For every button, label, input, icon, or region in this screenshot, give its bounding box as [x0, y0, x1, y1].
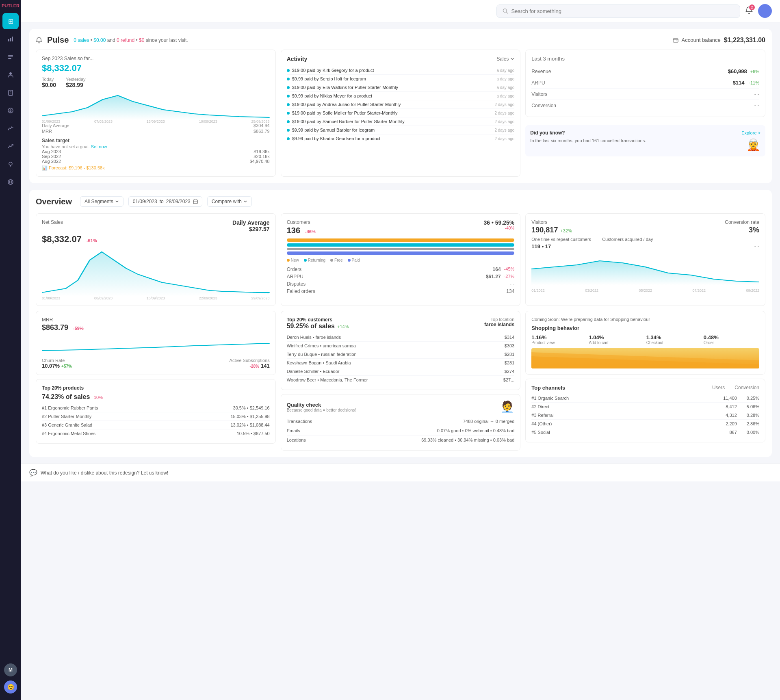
funnel-stats: 1.16% Product view 1.04% Add to cart 1.3…	[531, 334, 759, 345]
net-sales-card: Net Sales Daily Average $297.57 $8,332.0…	[36, 213, 276, 306]
sidebar-item-analytics[interactable]	[2, 120, 19, 137]
svg-rect-4	[8, 56, 13, 57]
overview-bottom: MRR $863.79 -59% Churn Rate	[36, 311, 765, 451]
sales-amount: $8,332.07	[42, 63, 270, 74]
account-balance-value: $1,223,331.00	[724, 37, 765, 44]
explore-link[interactable]: Explore >	[741, 130, 760, 135]
customer-legend: New Returning Free Paid	[287, 258, 515, 262]
quality-row: Locations69.03% cleaned • 30.94% missing…	[287, 436, 515, 444]
visitors-chart	[531, 253, 759, 285]
calendar-icon	[193, 199, 198, 204]
channels-col-headers: Users Conversion	[712, 385, 759, 391]
activity-text: $9.99 paid by Niklas Meyer for a product	[292, 93, 494, 98]
set-now-link[interactable]: Set now	[91, 144, 107, 149]
bar-new	[287, 238, 515, 242]
stats-card: Last 3 months Revenue $60,998 +6% ARPU $	[525, 50, 765, 117]
sales-card: Sep 2023 Sales so far... $8,332.07 Today…	[36, 50, 276, 177]
today-value: $0.00	[42, 82, 56, 88]
daily-avg: Daily Average $297.57	[232, 219, 270, 232]
user-avatar[interactable]	[758, 4, 772, 18]
active-subs-value: 141	[261, 363, 270, 369]
pulse-suffix: since your last visit.	[146, 37, 188, 43]
svg-point-11	[9, 162, 12, 165]
segment-select[interactable]: All Segments	[80, 196, 124, 207]
churn-change: +57%	[61, 364, 72, 368]
daily-avg-label: Daily Average	[42, 123, 69, 128]
active-subs-col: Active Subscriptions -28% 141	[230, 358, 270, 369]
sidebar-item-payouts[interactable]	[2, 102, 19, 119]
activity-list: $19.00 paid by Kirk Gregory for a produc…	[287, 66, 515, 143]
legend-new-dot	[287, 259, 290, 262]
tc-row: Deron Huels • faroe islands$314	[287, 333, 515, 342]
wallet-icon	[673, 37, 678, 43]
pulse-section: Pulse 0 sales • $0.00 and 0 refund • $0 …	[29, 29, 772, 183]
stats-card-title: Last 3 months	[531, 56, 759, 62]
main-content: 2 Pulse 0 sales • $0.00 and 0 refund • $…	[21, 0, 780, 700]
customer-bars	[287, 238, 515, 255]
activity-item: $19.00 paid by Samuel Barbier for Putler…	[287, 117, 515, 126]
sidebar-item-reports[interactable]	[2, 85, 19, 101]
stat-visitors: Visitors - -	[531, 89, 759, 100]
sidebar-item-revenue[interactable]	[2, 31, 19, 47]
search-bar[interactable]	[496, 4, 740, 18]
visitors-date-labels: 01/2022 03/2022 05/2022 07/2022 09/2022	[531, 288, 759, 293]
sidebar-item-insights[interactable]	[2, 156, 19, 172]
activity-time: 2 days ago	[494, 119, 514, 124]
dyk-title: Did you know?	[530, 130, 565, 136]
top-products-card: Top 20% products 74.23% of sales -10% #1…	[36, 379, 276, 444]
activity-dot	[287, 120, 290, 123]
tc-header: Top 20% customers 59.25% of sales +14% T…	[287, 317, 515, 330]
sidebar-item-orders[interactable]	[2, 49, 19, 65]
sales-stats: Daily Average$304.94 MRR$863.79	[42, 123, 270, 134]
channel-row: #4 (Other)2,2092.86%	[531, 420, 759, 428]
pulse-bell-icon	[36, 37, 42, 43]
tc-row: Winifred Grimes • american samoa$303	[287, 342, 515, 350]
account-balance: Account balance $1,223,331.00	[673, 37, 765, 44]
activity-card: Activity Sales $19.00 paid by Kirk Grego…	[281, 50, 521, 177]
stat-arpu: ARPU $114 +11%	[531, 77, 759, 89]
mrr-value: $863.79	[42, 323, 68, 332]
target-row-0: Aug 2023$19.36k	[42, 149, 270, 154]
activity-time: 2 days ago	[494, 111, 514, 115]
search-input[interactable]	[511, 8, 734, 14]
avatar-m[interactable]: M	[4, 663, 17, 676]
quality-illustration: 🧑‍💼	[500, 400, 514, 414]
mrr-card: MRR $863.79 -59% Churn Rate	[36, 311, 276, 375]
svg-rect-1	[10, 38, 11, 41]
sidebar-item-global[interactable]	[2, 174, 19, 190]
activity-time: a day ago	[496, 85, 514, 90]
sales-period: Sep 2023 Sales so far...	[42, 56, 270, 61]
overview-header: Overview All Segments 01/09/2023 to 28/0…	[36, 196, 765, 207]
arppu-row: ARPPU $61.27 -27%	[287, 274, 515, 280]
customers-right: 36 • 59.25% -40%	[484, 219, 515, 230]
orders-row: Orders 164 -45%	[287, 267, 515, 272]
avatar-user[interactable]: 😊	[4, 680, 17, 693]
sidebar-item-customers[interactable]	[2, 67, 19, 83]
legend-free-dot	[330, 259, 333, 262]
activity-item: $19.00 paid by Kirk Gregory for a produc…	[287, 66, 515, 75]
visitors-value: 190,817	[531, 226, 558, 234]
activity-text: $19.00 paid by Sofie Møller for Putler S…	[292, 111, 492, 115]
mrr-col: MRR $863.79 -59% Churn Rate	[36, 311, 276, 451]
active-subs-change: -28%	[250, 364, 259, 368]
dyk-text: In the last six months, you had 161 canc…	[530, 138, 743, 143]
dyk-header: Did you know? Explore >	[530, 130, 760, 136]
activity-time: 2 days ago	[494, 128, 514, 132]
mrr-value: $863.79	[254, 129, 270, 134]
legend-returning-dot	[304, 259, 307, 262]
top-customers-card: Top 20% customers 59.25% of sales +14% T…	[281, 311, 521, 390]
daily-avg-value: $304.94	[254, 123, 270, 128]
activity-filter[interactable]: Sales	[496, 56, 514, 62]
shopping-behavior-card: Coming Soon: We're preparing data for Sh…	[525, 311, 765, 375]
sidebar-item-trends[interactable]	[2, 138, 19, 154]
pulse-header: Pulse 0 sales • $0.00 and 0 refund • $0 …	[36, 35, 765, 45]
sidebar-item-dashboard[interactable]: ⊞	[2, 13, 19, 29]
chevron-down-icon	[115, 199, 119, 204]
funnel-stat: 1.34% Checkout	[646, 334, 702, 345]
notification-button[interactable]: 2	[745, 6, 753, 16]
date-range-picker[interactable]: 01/09/2023 to 28/09/2023	[128, 196, 202, 207]
compare-with-button[interactable]: Compare with	[207, 196, 252, 207]
quality-subtitle: Because good data = better decisions!	[287, 408, 356, 412]
right-panel: Last 3 months Revenue $60,998 +6% ARPU $	[525, 50, 765, 177]
activity-text: $19.00 paid by Andrea Juliao for Putler …	[292, 102, 492, 107]
